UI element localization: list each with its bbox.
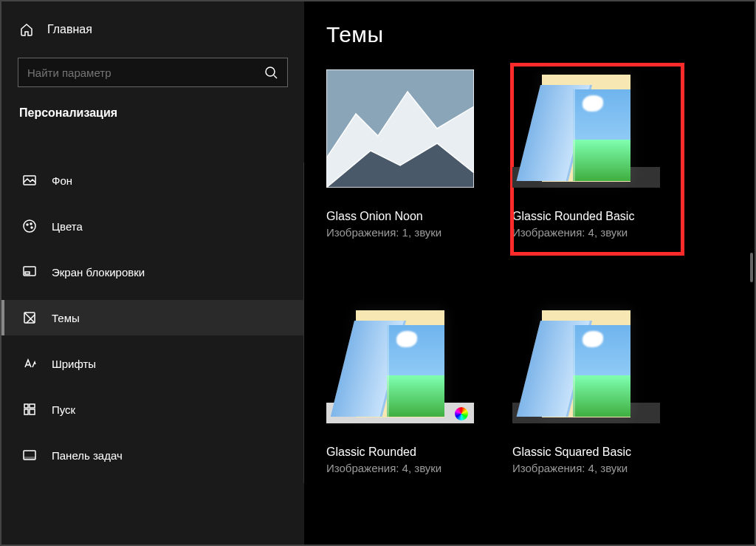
nav-label: Темы [52,312,80,324]
theme-meta: Изображения: 4, звуки [512,226,682,239]
sidebar-item-themes[interactable]: Темы [1,300,303,335]
search-icon [264,65,278,80]
theme-thumbnail [326,305,474,423]
themes-icon [22,310,37,325]
scrollbar-thumb[interactable] [750,253,753,282]
sidebar-item-fonts[interactable]: Шрифты [1,346,303,381]
sidebar-item-lockscreen[interactable]: Экран блокировки [1,254,303,290]
home-icon [19,22,34,37]
folder-icon [542,310,630,417]
page-title: Темы [326,22,732,47]
svg-rect-11 [24,409,28,414]
theme-card-highlighted[interactable]: Glassic Rounded Basic Изображения: 4, зв… [512,65,682,253]
svg-rect-14 [24,457,35,460]
sidebar-item-colors[interactable]: Цвета [1,208,303,244]
theme-card[interactable]: Glassic Rounded Изображения: 4, звуки [326,305,496,474]
start-icon [22,402,37,417]
theme-meta: Изображения: 4, звуки [512,462,682,474]
folder-icon [542,75,630,182]
theme-name: Glass Onion Noon [326,210,496,223]
section-title: Персонализация [1,100,304,133]
palette-icon [22,219,37,233]
theme-name: Glassic Rounded [326,446,496,459]
theme-card[interactable]: Glassic Squared Basic Изображения: 4, зв… [512,305,682,474]
taskbar-icon [22,448,37,463]
lockscreen-icon [22,265,37,279]
themes-grid: Glass Onion Noon Изображения: 1, звуки G… [326,69,732,474]
svg-point-5 [31,227,32,228]
svg-rect-7 [25,272,30,274]
nav-label: Панель задач [52,449,123,462]
folder-icon [356,310,444,417]
svg-rect-10 [30,404,35,408]
theme-thumbnail [512,69,660,188]
content-area: Темы Glass Onion Noon Изображения: 1, зв… [304,1,755,545]
svg-rect-12 [30,409,35,414]
svg-rect-9 [24,404,28,408]
svg-point-4 [30,223,32,225]
nav-label: Шрифты [52,358,96,370]
home-label: Главная [47,23,92,36]
theme-meta: Изображения: 1, звуки [326,226,496,239]
svg-point-3 [27,224,28,225]
nav-label: Фон [52,174,72,187]
sidebar-item-taskbar[interactable]: Панель задач [1,437,303,473]
nav-label: Пуск [52,403,75,416]
nav-label: Экран блокировки [52,266,145,279]
search-box[interactable] [18,58,288,87]
settings-sidebar: Главная Персонализация Фон Цвета Экран б… [1,1,304,545]
theme-meta: Изображения: 4, звуки [326,462,496,474]
theme-thumbnail [326,69,474,188]
nav-label: Цвета [52,220,83,233]
home-nav[interactable]: Главная [1,16,304,43]
svg-point-2 [24,220,35,232]
sidebar-item-background[interactable]: Фон [1,163,303,198]
image-icon [22,173,37,188]
theme-name: Glassic Squared Basic [512,446,682,459]
sidebar-item-start[interactable]: Пуск [1,392,303,427]
theme-card[interactable]: Glass Onion Noon Изображения: 1, звуки [326,69,496,253]
search-input[interactable] [27,66,264,79]
theme-thumbnail [512,305,660,423]
theme-name: Glassic Rounded Basic [512,210,682,223]
svg-point-0 [266,67,275,76]
nav-list: Фон Цвета Экран блокировки Темы Шрифты П… [1,163,304,483]
color-wheel-icon [455,407,468,420]
fonts-icon [22,356,37,371]
